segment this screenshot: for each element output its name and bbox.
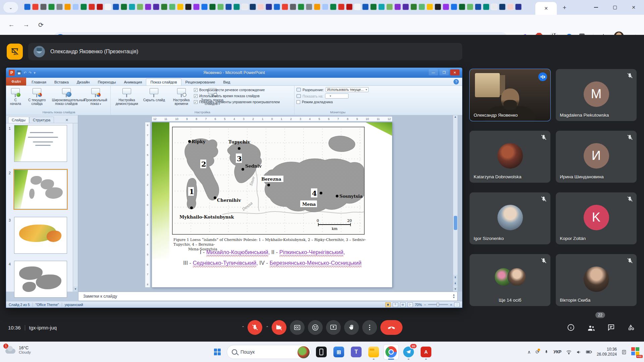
ribbon-button[interactable]: Скрыть слайд (142, 87, 166, 102)
window-maximize-button[interactable] (607, 0, 623, 15)
pinned-tab-favicon[interactable] (346, 4, 353, 10)
back-button[interactable]: ← (7, 20, 16, 29)
zoom-in-icon[interactable]: + (450, 303, 452, 307)
pinned-tab-favicon[interactable] (443, 4, 449, 10)
ppt-tab-file[interactable]: Файл (6, 77, 26, 85)
slide-thumbnail-1[interactable] (14, 125, 67, 162)
pinned-tab-favicon[interactable] (40, 4, 47, 10)
ppt-tab-3[interactable]: Дизайн (73, 79, 94, 85)
store-app[interactable]: ⊞ (331, 345, 346, 359)
pinned-tab-favicon[interactable] (362, 4, 369, 10)
pinned-tab-favicon[interactable] (89, 4, 95, 10)
pinned-tab-favicon[interactable] (419, 4, 425, 10)
pinned-tab-favicon[interactable] (217, 4, 224, 10)
tray-clock[interactable]: 10:36 26.09.2024 (597, 347, 617, 357)
pinned-tab-favicon[interactable] (121, 4, 127, 10)
slide-thumbnail-3[interactable] (14, 217, 67, 254)
pinned-tab-favicon[interactable] (411, 4, 417, 10)
scroll-down-icon[interactable]: ▼ (453, 287, 458, 292)
active-tab[interactable]: ✕ (535, 2, 557, 15)
pinned-tab-favicon[interactable] (322, 4, 328, 10)
pinned-tab-favicon[interactable] (314, 4, 320, 10)
chat-button[interactable] (607, 323, 616, 332)
new-tab-button[interactable]: + (561, 4, 568, 11)
teams-app[interactable]: T (349, 345, 364, 359)
mic-toggle-chevron[interactable]: ⌃ (241, 320, 247, 335)
acrobat-app[interactable]: A (419, 345, 433, 359)
slide-scrollbar[interactable]: ▲ ↟ ↡ ▼ (453, 115, 458, 292)
scroll-up-icon[interactable]: ▲ (453, 115, 458, 120)
zoom-slider[interactable] (428, 304, 448, 305)
slide-sorter-button[interactable]: ⠿ (393, 302, 398, 307)
ribbon-button[interactable]: С текущего слайда (23, 87, 51, 106)
phonelink-app[interactable] (314, 345, 329, 359)
info-button[interactable] (567, 323, 576, 332)
thumbnails-scrollbar[interactable]: ▼ (73, 123, 78, 292)
pinned-tab-favicon[interactable] (24, 4, 31, 10)
pinned-tab-favicon[interactable] (290, 4, 296, 10)
free-app-icon[interactable]: FRE (631, 347, 641, 357)
ppt-tab-5[interactable]: Анимация (120, 79, 146, 85)
pinned-tab-favicon[interactable] (161, 4, 167, 10)
activities-button[interactable] (627, 323, 636, 332)
window-minimize-button[interactable] (588, 0, 604, 15)
pinned-tab-favicon[interactable] (483, 4, 489, 10)
chrome-app[interactable] (384, 345, 398, 359)
pinned-tab-favicon[interactable] (32, 4, 39, 10)
tray-notifications-icon[interactable] (622, 350, 627, 355)
pinned-tab-favicon[interactable] (338, 4, 344, 10)
fit-to-window-button[interactable]: ⛶ (454, 302, 460, 307)
tray-mic-icon[interactable] (544, 350, 549, 354)
scroll-down-icon[interactable]: ▼ (73, 287, 78, 292)
volume-icon[interactable] (576, 350, 581, 355)
pinned-tab-favicon[interactable] (137, 4, 143, 10)
raise-hand-button[interactable] (344, 320, 359, 335)
pinned-tab-favicon[interactable] (233, 4, 240, 10)
slide-thumbnail-2[interactable] (14, 170, 67, 209)
ppt-titlebar[interactable]: P ↶ ↷ ▾ Яковенко - Microsoft PowerPoint … (6, 68, 462, 78)
pinned-tab-favicon[interactable] (266, 4, 272, 10)
people-button[interactable] (587, 323, 596, 332)
pinned-tab-favicon[interactable] (298, 4, 304, 10)
reading-view-button[interactable]: ▤ (400, 302, 406, 307)
participant-tile[interactable]: ИИрина Шиндановина (556, 131, 637, 183)
taskbar-search[interactable]: Пошук (227, 345, 311, 359)
telegram-app[interactable]: 99 (401, 345, 416, 359)
presenter-checkbox[interactable] (297, 100, 300, 104)
participant-tile[interactable]: MMagdalena Piekutowska (556, 69, 637, 121)
ppt-tab-1[interactable]: Главная (28, 79, 50, 85)
participant-tile[interactable]: Katarzyna Dobrowolska (470, 131, 550, 183)
pinned-tabs[interactable] (24, 4, 522, 11)
presentation-chip[interactable] (7, 44, 23, 60)
current-slide[interactable]: 1 2 3 4 Ripky Tupychiv Sedniv (152, 122, 392, 288)
ppt-tab-4[interactable]: Переходы (94, 79, 120, 85)
pinned-tab-favicon[interactable] (258, 4, 264, 10)
present-button[interactable] (326, 320, 341, 335)
pinned-tab-favicon[interactable] (56, 4, 63, 10)
participant-tile[interactable]: KKopor Zoltán (556, 192, 637, 244)
participant-tile[interactable]: Igor Sizonenko (470, 192, 550, 244)
pinned-tab-favicon[interactable] (250, 4, 256, 10)
tray-chevron-icon[interactable]: ∧ (527, 349, 531, 355)
notes-pane[interactable]: Заметки к слайду ▲▼ (78, 292, 458, 301)
ribbon-button[interactable]: Настройка демонстрации (111, 87, 142, 106)
pinned-tab-favicon[interactable] (282, 4, 288, 10)
pinned-tab-favicon[interactable] (306, 4, 312, 10)
ppt-close-button[interactable]: ✕ (450, 69, 460, 75)
language-switcher[interactable]: УКР (553, 350, 561, 354)
pinned-tab-favicon[interactable] (145, 4, 151, 10)
pinned-tab-favicon[interactable] (193, 4, 200, 10)
start-button[interactable] (211, 345, 224, 359)
ppt-restore-button[interactable]: ❐ (439, 69, 449, 75)
ppt-tab-2[interactable]: Вставка (50, 79, 73, 85)
pinned-tab-favicon[interactable] (185, 4, 192, 10)
pinned-tab-favicon[interactable] (354, 4, 361, 10)
pinned-tab-favicon[interactable] (507, 4, 514, 10)
presenter-mode-row[interactable]: Режим докладчика (297, 100, 381, 104)
update-icon[interactable]: ⟳ (535, 349, 539, 355)
pinned-tab-favicon[interactable] (72, 4, 79, 10)
next-slide-button[interactable]: ↡ (453, 281, 458, 286)
ppt-tab-6[interactable]: Показ слайдов (146, 78, 181, 85)
participant-tile[interactable]: Вікторія Скиба (556, 254, 637, 306)
close-panel-icon[interactable]: ✕ (64, 117, 70, 123)
